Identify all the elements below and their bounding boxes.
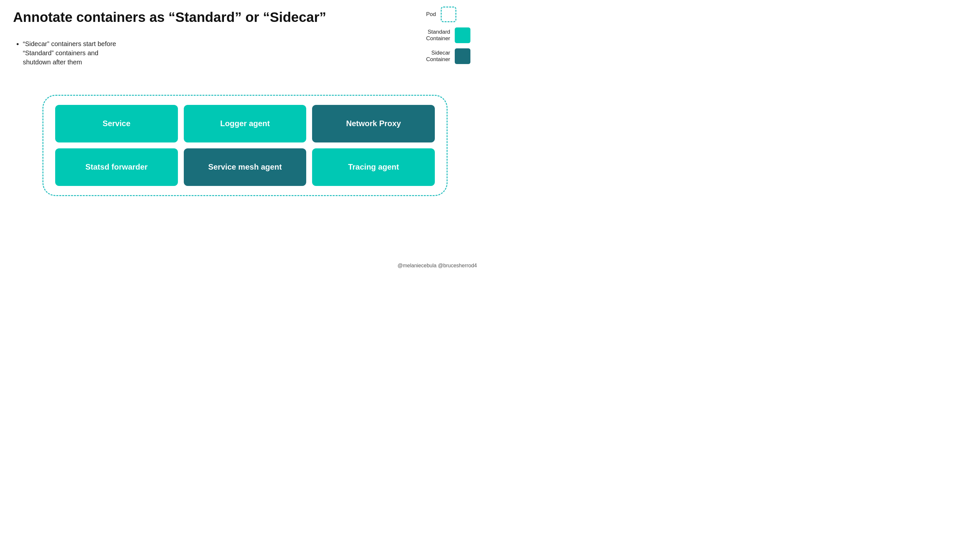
legend-sidecar: Sidecar Container <box>426 48 471 64</box>
container-box-service-mesh-agent: Service mesh agent <box>184 148 307 186</box>
legend-pod: Pod <box>426 6 471 22</box>
legend: Pod Standard Container Sidecar Container <box>426 6 471 64</box>
page-title: Annotate containers as “Standard” or “Si… <box>13 10 326 25</box>
sidecar-container-icon <box>455 48 471 64</box>
legend-sidecar-label: Sidecar Container <box>426 49 450 63</box>
standard-container-icon <box>455 27 471 43</box>
bullet-item: “Sidecar” containers start before “Stand… <box>23 39 127 67</box>
pod-icon <box>441 6 457 22</box>
container-box-network-proxy: Network Proxy <box>312 105 435 142</box>
legend-standard: Standard Container <box>426 27 471 43</box>
container-box-service: Service <box>55 105 178 142</box>
bullet-list: “Sidecar” containers start before “Stand… <box>13 39 127 67</box>
legend-pod-label: Pod <box>426 11 436 18</box>
pod-container: ServiceLogger agentNetwork ProxyStatsd f… <box>43 95 447 196</box>
container-box-statsd-forwarder: Statsd forwarder <box>55 148 178 186</box>
container-box-tracing-agent: Tracing agent <box>312 148 435 186</box>
legend-standard-label: Standard Container <box>426 29 450 42</box>
pod-grid: ServiceLogger agentNetwork ProxyStatsd f… <box>43 96 447 195</box>
container-box-logger-agent: Logger agent <box>184 105 307 142</box>
footer-attribution: @melaniecebula @brucesherrod4 <box>398 263 477 269</box>
